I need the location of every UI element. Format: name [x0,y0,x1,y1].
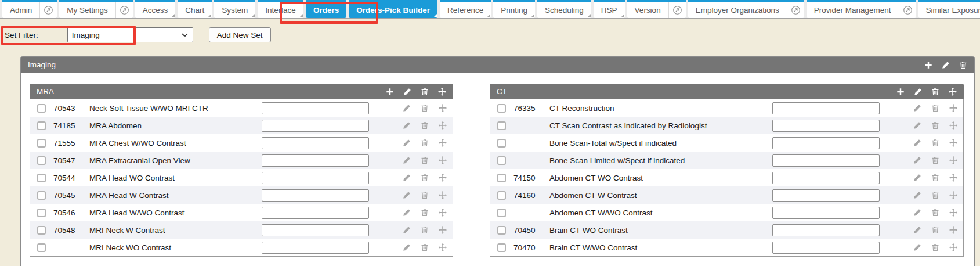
trash-icon[interactable] [931,104,939,112]
row-text-input[interactable] [262,224,369,236]
pencil-icon[interactable] [913,139,921,147]
move-icon[interactable] [949,174,957,182]
move-icon[interactable] [439,156,447,164]
row-checkbox[interactable] [497,226,506,235]
trash-icon[interactable] [421,191,429,199]
move-icon[interactable] [439,226,447,234]
trash-icon[interactable] [959,61,967,69]
move-icon[interactable] [439,174,447,182]
row-text-input[interactable] [772,242,880,254]
row-text-input[interactable] [262,242,369,254]
pencil-icon[interactable] [403,104,411,112]
move-icon[interactable] [949,243,957,251]
pencil-icon[interactable] [913,209,921,217]
move-icon[interactable] [949,226,957,234]
pencil-icon[interactable] [403,226,411,234]
tab-system[interactable]: System [214,0,255,18]
trash-icon[interactable] [931,139,939,147]
row-checkbox[interactable] [497,104,506,113]
tab-employer-organizations[interactable]: Employer Organizations [688,0,804,18]
row-text-input[interactable] [772,172,880,184]
move-icon[interactable] [439,139,447,147]
move-icon[interactable] [949,156,957,164]
tab-reference[interactable]: Reference [440,0,491,18]
tab-provider-management[interactable]: Provider Management [807,0,916,18]
plus-icon[interactable] [896,88,905,96]
move-icon[interactable] [439,209,447,217]
trash-icon[interactable] [421,121,429,130]
row-text-input[interactable] [772,154,880,167]
pencil-icon[interactable] [403,88,411,96]
move-icon[interactable] [439,243,447,251]
row-text-input[interactable] [772,224,880,236]
trash-icon[interactable] [421,209,429,217]
pencil-icon[interactable] [913,121,921,130]
trash-icon[interactable] [421,104,429,112]
pencil-icon[interactable] [403,156,411,164]
trash-icon[interactable] [931,191,939,199]
open-new-window-button[interactable] [899,2,916,18]
trash-icon[interactable] [931,121,939,130]
move-icon[interactable] [949,121,957,130]
row-text-input[interactable] [262,102,369,114]
row-checkbox[interactable] [37,156,46,165]
row-checkbox[interactable] [37,209,46,217]
open-new-window-button[interactable] [787,2,804,18]
pencil-icon[interactable] [403,174,411,182]
pencil-icon[interactable] [942,61,950,69]
tab-interface[interactable]: Interface [258,0,303,18]
row-text-input[interactable] [772,102,880,114]
move-icon[interactable] [949,139,957,147]
pencil-icon[interactable] [403,243,411,251]
trash-icon[interactable] [931,209,939,217]
row-checkbox[interactable] [37,243,46,252]
pencil-icon[interactable] [403,209,411,217]
tab-my-settings[interactable]: My Settings [59,0,133,18]
row-checkbox[interactable] [497,139,506,148]
row-checkbox[interactable] [497,191,506,200]
row-checkbox[interactable] [497,174,506,182]
move-icon[interactable] [439,104,447,112]
row-text-input[interactable] [262,120,369,132]
open-new-window-button[interactable] [668,2,686,18]
row-checkbox[interactable] [37,226,46,235]
row-text-input[interactable] [262,189,369,202]
pencil-icon[interactable] [913,226,921,234]
tab-version[interactable]: Version [627,0,686,18]
pencil-icon[interactable] [403,121,411,130]
pencil-icon[interactable] [403,191,411,199]
row-text-input[interactable] [772,207,880,219]
pencil-icon[interactable] [913,174,921,182]
row-checkbox[interactable] [497,121,506,130]
trash-icon[interactable] [931,88,939,96]
tab-orders-pick-builder[interactable]: Orders-Pick Builder [349,0,437,18]
add-new-set-button[interactable]: Add New Set [209,27,271,42]
row-checkbox[interactable] [37,139,46,148]
tab-scheduling[interactable]: Scheduling [537,0,591,18]
move-icon[interactable] [949,88,957,96]
row-checkbox[interactable] [37,104,46,113]
tab-orders[interactable]: Orders [306,0,346,18]
trash-icon[interactable] [931,243,939,251]
trash-icon[interactable] [421,139,429,147]
move-icon[interactable] [439,121,447,130]
tab-similar-exposure-groups-segs[interactable]: Similar Exposure Groups (SEGs) [918,0,980,18]
row-text-input[interactable] [262,154,369,167]
trash-icon[interactable] [931,226,939,234]
row-text-input[interactable] [772,137,880,149]
tab-chart[interactable]: Chart [178,0,212,18]
row-text-input[interactable] [772,189,880,202]
row-text-input[interactable] [772,120,880,132]
move-icon[interactable] [949,191,957,199]
tab-printing[interactable]: Printing [493,0,535,18]
trash-icon[interactable] [421,174,429,182]
tab-hsp[interactable]: HSP [594,0,625,18]
plus-icon[interactable] [924,61,932,69]
move-icon[interactable] [438,88,446,96]
row-checkbox[interactable] [37,174,46,182]
row-text-input[interactable] [262,137,369,149]
plus-icon[interactable] [386,88,394,96]
row-text-input[interactable] [262,172,369,184]
row-checkbox[interactable] [497,209,506,217]
pencil-icon[interactable] [914,88,922,96]
